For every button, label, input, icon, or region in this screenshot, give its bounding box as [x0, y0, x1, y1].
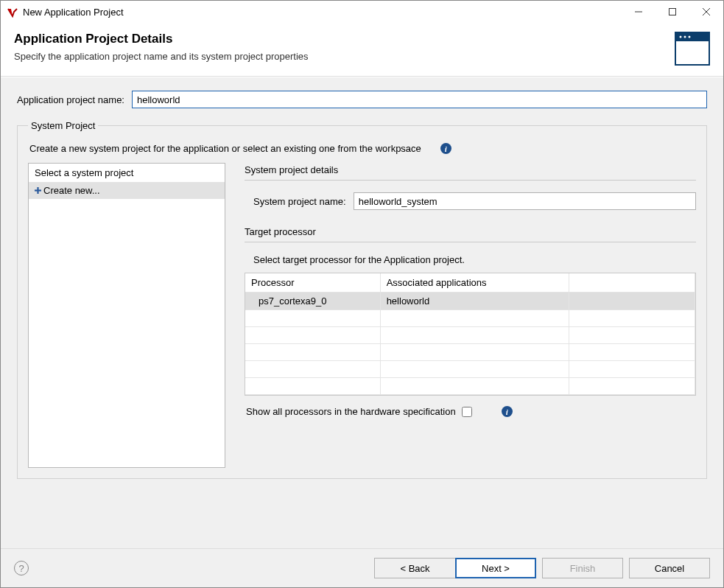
system-details-title: System project details	[245, 164, 696, 175]
processor-cell: ps7_cortexa9_0	[245, 293, 380, 310]
col-processor: Processor	[245, 273, 380, 293]
maximize-button[interactable]	[656, 1, 689, 23]
show-all-label: Show all processors in the hardware spec…	[246, 406, 456, 417]
plus-icon	[33, 186, 42, 195]
table-row[interactable]	[245, 378, 695, 395]
system-name-input[interactable]	[354, 192, 696, 210]
system-project-list-header: Select a system project	[29, 164, 225, 182]
create-new-item[interactable]: Create new...	[29, 182, 225, 199]
table-row[interactable]: ps7_cortexa9_0 helloworld	[245, 293, 695, 310]
system-project-list[interactable]: Select a system project Create new...	[28, 163, 225, 468]
divider	[245, 242, 696, 242]
app-name-input[interactable]	[132, 91, 707, 108]
cancel-button[interactable]: Cancel	[629, 558, 710, 578]
svg-point-7	[684, 36, 686, 38]
apps-cell: helloworld	[380, 293, 569, 310]
col-empty	[569, 273, 695, 293]
system-project-hint: Create a new system project for the appl…	[29, 143, 421, 154]
app-name-label: Application project name:	[17, 94, 124, 105]
info-icon[interactable]: i	[440, 143, 451, 154]
help-icon[interactable]: ?	[14, 561, 29, 575]
window-controls	[622, 1, 723, 23]
window-title: New Application Project	[23, 7, 622, 18]
wizard-window: New Application Project Application Proj…	[0, 0, 724, 588]
page-subtitle: Specify the application project name and…	[14, 51, 666, 62]
wizard-header: Application Project Details Specify the …	[1, 23, 723, 77]
page-title: Application Project Details	[14, 32, 666, 46]
table-row[interactable]	[245, 310, 695, 327]
processor-table[interactable]: Processor Associated applications ps7_co…	[245, 273, 696, 396]
minimize-button[interactable]	[622, 1, 656, 23]
system-name-label: System project name:	[253, 196, 346, 207]
target-processor-hint: Select target processor for the Applicat…	[253, 254, 696, 265]
svg-rect-1	[669, 9, 676, 15]
finish-button: Finish	[542, 558, 623, 578]
wizard-banner-icon	[675, 32, 710, 66]
titlebar: New Application Project	[1, 1, 723, 23]
app-icon	[7, 6, 18, 18]
table-row[interactable]	[245, 344, 695, 361]
next-button[interactable]: Next >	[455, 558, 536, 578]
table-row[interactable]	[245, 327, 695, 344]
wizard-footer: ? < Back Next > Finish Cancel	[1, 548, 723, 587]
system-project-legend: System Project	[28, 120, 98, 131]
divider	[245, 180, 696, 181]
show-all-checkbox[interactable]	[462, 407, 472, 417]
create-new-label: Create new...	[43, 185, 100, 196]
col-associated-apps: Associated applications	[380, 273, 569, 293]
table-row[interactable]	[245, 361, 695, 378]
close-button[interactable]	[689, 1, 723, 23]
system-project-group: System Project Create a new system proje…	[17, 120, 707, 479]
back-button[interactable]: < Back	[374, 558, 455, 578]
target-processor-title: Target processor	[245, 226, 696, 237]
wizard-body: Application project name: System Project…	[1, 77, 723, 548]
svg-point-6	[680, 36, 682, 38]
info-icon[interactable]: i	[502, 406, 513, 417]
svg-point-8	[689, 36, 691, 38]
